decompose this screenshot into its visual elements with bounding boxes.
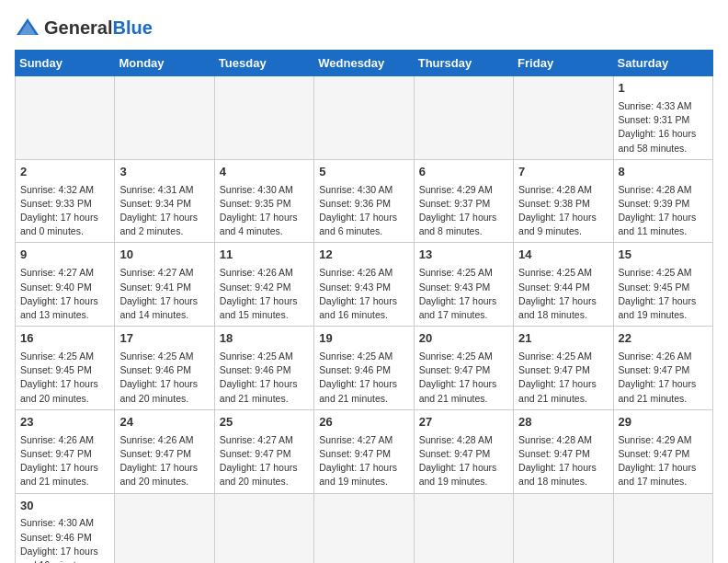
day-number: 1: [619, 80, 708, 98]
day-number: 12: [319, 247, 408, 264]
calendar-cell: [115, 76, 214, 160]
calendar-cell: 14Sunrise: 4:25 AM Sunset: 9:44 PM Dayli…: [514, 243, 613, 327]
day-number: 22: [619, 330, 708, 348]
calendar-cell: [514, 493, 613, 563]
day-info: Sunrise: 4:26 AM Sunset: 9:47 PM Dayligh…: [20, 433, 109, 489]
day-info: Sunrise: 4:29 AM Sunset: 9:47 PM Dayligh…: [619, 433, 708, 489]
weekday-header-monday: Monday: [115, 51, 214, 76]
weekday-header-thursday: Thursday: [414, 51, 513, 76]
logo-icon: [15, 15, 40, 40]
day-number: 25: [220, 414, 309, 431]
weekday-header-wednesday: Wednesday: [314, 51, 414, 76]
calendar-cell: 10Sunrise: 4:27 AM Sunset: 9:41 PM Dayli…: [115, 243, 214, 327]
calendar-cell: 1Sunrise: 4:33 AM Sunset: 9:31 PM Daylig…: [613, 76, 712, 160]
day-number: 14: [518, 247, 608, 264]
day-number: 7: [518, 164, 608, 181]
calendar-cell: 17Sunrise: 4:25 AM Sunset: 9:46 PM Dayli…: [115, 327, 214, 410]
day-number: 21: [518, 330, 608, 348]
weekday-header-sunday: Sunday: [16, 51, 115, 76]
calendar-cell: [16, 76, 115, 160]
day-info: Sunrise: 4:27 AM Sunset: 9:40 PM Dayligh…: [20, 266, 109, 322]
day-number: 18: [220, 330, 309, 348]
day-number: 17: [119, 330, 209, 348]
day-number: 28: [518, 414, 608, 431]
calendar-cell: 26Sunrise: 4:27 AM Sunset: 9:47 PM Dayli…: [314, 409, 414, 493]
calendar-cell: 13Sunrise: 4:25 AM Sunset: 9:43 PM Dayli…: [414, 243, 513, 327]
calendar-cell: 15Sunrise: 4:25 AM Sunset: 9:45 PM Dayli…: [613, 243, 712, 327]
calendar-cell: 5Sunrise: 4:30 AM Sunset: 9:36 PM Daylig…: [314, 159, 414, 243]
day-number: 2: [20, 164, 109, 181]
day-number: 11: [220, 247, 309, 264]
day-number: 3: [119, 164, 209, 181]
day-number: 13: [419, 247, 508, 264]
day-info: Sunrise: 4:27 AM Sunset: 9:47 PM Dayligh…: [220, 433, 309, 489]
day-number: 27: [419, 414, 508, 431]
calendar-table: SundayMondayTuesdayWednesdayThursdayFrid…: [15, 50, 713, 563]
day-info: Sunrise: 4:29 AM Sunset: 9:37 PM Dayligh…: [419, 183, 508, 239]
calendar-cell: 12Sunrise: 4:26 AM Sunset: 9:43 PM Dayli…: [314, 243, 414, 327]
calendar-cell: [214, 493, 313, 563]
calendar-cell: 11Sunrise: 4:26 AM Sunset: 9:42 PM Dayli…: [214, 243, 313, 327]
day-number: 20: [419, 330, 508, 348]
calendar-cell: 2Sunrise: 4:32 AM Sunset: 9:33 PM Daylig…: [16, 159, 115, 243]
day-info: Sunrise: 4:30 AM Sunset: 9:36 PM Dayligh…: [319, 183, 408, 239]
day-info: Sunrise: 4:26 AM Sunset: 9:42 PM Dayligh…: [220, 266, 309, 322]
calendar-cell: 16Sunrise: 4:25 AM Sunset: 9:45 PM Dayli…: [16, 327, 115, 410]
day-number: 19: [319, 330, 408, 348]
day-number: 5: [319, 164, 408, 181]
calendar-cell: 29Sunrise: 4:29 AM Sunset: 9:47 PM Dayli…: [613, 409, 712, 493]
day-info: Sunrise: 4:31 AM Sunset: 9:34 PM Dayligh…: [119, 183, 209, 239]
day-info: Sunrise: 4:26 AM Sunset: 9:43 PM Dayligh…: [319, 266, 408, 322]
calendar-cell: 4Sunrise: 4:30 AM Sunset: 9:35 PM Daylig…: [214, 159, 313, 243]
day-number: 29: [619, 414, 708, 431]
day-info: Sunrise: 4:25 AM Sunset: 9:45 PM Dayligh…: [20, 350, 109, 406]
weekday-header-saturday: Saturday: [613, 51, 712, 76]
weekday-header-friday: Friday: [514, 51, 613, 76]
day-info: Sunrise: 4:32 AM Sunset: 9:33 PM Dayligh…: [20, 183, 109, 239]
calendar-cell: 6Sunrise: 4:29 AM Sunset: 9:37 PM Daylig…: [414, 159, 513, 243]
day-info: Sunrise: 4:26 AM Sunset: 9:47 PM Dayligh…: [119, 433, 209, 489]
week-row-3: 9Sunrise: 4:27 AM Sunset: 9:40 PM Daylig…: [16, 243, 713, 327]
calendar-cell: 30Sunrise: 4:30 AM Sunset: 9:46 PM Dayli…: [16, 493, 115, 563]
week-row-4: 16Sunrise: 4:25 AM Sunset: 9:45 PM Dayli…: [16, 327, 713, 410]
day-info: Sunrise: 4:28 AM Sunset: 9:47 PM Dayligh…: [419, 433, 508, 489]
calendar-cell: 27Sunrise: 4:28 AM Sunset: 9:47 PM Dayli…: [414, 409, 513, 493]
calendar-cell: [414, 76, 513, 160]
calendar-cell: 23Sunrise: 4:26 AM Sunset: 9:47 PM Dayli…: [16, 409, 115, 493]
calendar-cell: 7Sunrise: 4:28 AM Sunset: 9:38 PM Daylig…: [514, 159, 613, 243]
day-info: Sunrise: 4:26 AM Sunset: 9:47 PM Dayligh…: [619, 350, 708, 406]
day-number: 15: [619, 247, 708, 264]
weekday-header-row: SundayMondayTuesdayWednesdayThursdayFrid…: [16, 51, 713, 76]
day-info: Sunrise: 4:33 AM Sunset: 9:31 PM Dayligh…: [619, 99, 708, 155]
day-info: Sunrise: 4:28 AM Sunset: 9:47 PM Dayligh…: [518, 433, 608, 489]
calendar-cell: [514, 76, 613, 160]
week-row-6: 30Sunrise: 4:30 AM Sunset: 9:46 PM Dayli…: [16, 493, 713, 563]
day-info: Sunrise: 4:25 AM Sunset: 9:44 PM Dayligh…: [518, 266, 608, 322]
day-info: Sunrise: 4:25 AM Sunset: 9:46 PM Dayligh…: [319, 350, 408, 406]
calendar-cell: 21Sunrise: 4:25 AM Sunset: 9:47 PM Dayli…: [514, 327, 613, 410]
day-info: Sunrise: 4:27 AM Sunset: 9:41 PM Dayligh…: [119, 266, 209, 322]
day-number: 30: [20, 498, 109, 515]
day-info: Sunrise: 4:28 AM Sunset: 9:39 PM Dayligh…: [619, 183, 708, 239]
day-number: 24: [119, 414, 209, 431]
day-info: Sunrise: 4:25 AM Sunset: 9:45 PM Dayligh…: [619, 266, 708, 322]
calendar-cell: [314, 493, 414, 563]
week-row-1: 1Sunrise: 4:33 AM Sunset: 9:31 PM Daylig…: [16, 76, 713, 160]
day-info: Sunrise: 4:25 AM Sunset: 9:46 PM Dayligh…: [119, 350, 209, 406]
day-info: Sunrise: 4:27 AM Sunset: 9:47 PM Dayligh…: [319, 433, 408, 489]
day-info: Sunrise: 4:30 AM Sunset: 9:35 PM Dayligh…: [220, 183, 309, 239]
calendar-cell: 24Sunrise: 4:26 AM Sunset: 9:47 PM Dayli…: [115, 409, 214, 493]
weekday-header-tuesday: Tuesday: [214, 51, 313, 76]
calendar-cell: 9Sunrise: 4:27 AM Sunset: 9:40 PM Daylig…: [16, 243, 115, 327]
day-info: Sunrise: 4:25 AM Sunset: 9:46 PM Dayligh…: [220, 350, 309, 406]
day-number: 4: [220, 164, 309, 181]
week-row-5: 23Sunrise: 4:26 AM Sunset: 9:47 PM Dayli…: [16, 409, 713, 493]
calendar-cell: [115, 493, 214, 563]
day-number: 9: [20, 247, 109, 264]
logo-text: GeneralBlue: [44, 17, 153, 39]
day-number: 23: [20, 414, 109, 431]
calendar-cell: [214, 76, 313, 160]
calendar-cell: 8Sunrise: 4:28 AM Sunset: 9:39 PM Daylig…: [613, 159, 712, 243]
page-header: GeneralBlue: [15, 15, 713, 40]
calendar-cell: [314, 76, 414, 160]
